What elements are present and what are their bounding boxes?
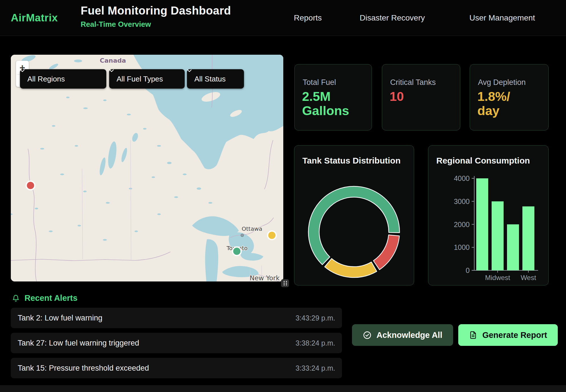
regional-consumption-card: Regional Consumption 01000200030004000Mi… [428, 145, 549, 285]
page-title-block: Fuel Monitoring Dashboard Real-Time Over… [81, 4, 231, 29]
bar-chart-tick-label: West [521, 274, 536, 281]
tank-status-donut-chart [294, 146, 414, 286]
bar-chart-tick-label: 4000 [454, 174, 470, 182]
map-town-symbol-dot [242, 235, 243, 236]
chevron-down-icon [20, 69, 25, 72]
app-logo: AirMatrix [11, 0, 58, 36]
alert-text: Tank 2: Low fuel warning [18, 314, 102, 322]
alert-time: 3:43:29 p.m. [296, 314, 335, 322]
map-label-canada: Canada [100, 57, 126, 64]
filter-fuel-types-select[interactable]: All Fuel Types [109, 69, 185, 89]
alert-row[interactable]: Tank 27: Low fuel warning triggered 3:38… [11, 333, 342, 353]
bar-region-2[interactable] [507, 224, 519, 271]
check-circle-icon [363, 331, 372, 340]
alert-text: Tank 27: Low fuel warning triggered [18, 339, 139, 348]
acknowledge-all-label: Acknowledge All [376, 330, 442, 340]
stat-label: Critical Tanks [390, 78, 436, 87]
stat-card-total-fuel: Total Fuel 2.5M Gallons [294, 64, 372, 130]
bar-chart-tick-label: 3000 [454, 197, 470, 205]
filter-regions-value: All Regions [27, 75, 65, 83]
map-marker-warning[interactable] [268, 231, 276, 240]
filter-fuel-types-value: All Fuel Types [117, 75, 163, 83]
regional-consumption-bar-chart: 01000200030004000MidwestWest [428, 146, 549, 286]
donut-segment-warning-yellow[interactable] [325, 259, 377, 278]
stat-value: 10 [390, 89, 404, 104]
map-marker-normal[interactable] [233, 247, 241, 256]
nav-reports[interactable]: Reports [294, 0, 322, 36]
header: AirMatrix Fuel Monitoring Dashboard Real… [0, 0, 566, 36]
map-label-new-york: New York [250, 274, 280, 281]
stat-value: 2.5M Gallons [302, 89, 349, 118]
stat-card-avg-depletion: Avg Depletion 1.8%/ day [470, 64, 549, 130]
nav-disaster-recovery[interactable]: Disaster Recovery [360, 0, 425, 36]
page-title: Fuel Monitoring Dashboard [81, 4, 231, 17]
bar-region-3[interactable] [522, 207, 534, 271]
alert-row[interactable]: Tank 2: Low fuel warning 3:43:29 p.m. [11, 308, 342, 328]
generate-report-button[interactable]: Generate Report [458, 324, 558, 346]
map-label-ottawa: Ottawa [242, 225, 262, 232]
stat-card-critical-tanks: Critical Tanks 10 [382, 64, 460, 130]
stat-value: 1.8%/ day [477, 89, 510, 118]
alert-row[interactable]: Tank 15: Pressure threshold exceeded 3:3… [11, 358, 342, 378]
filter-status-value: All Status [194, 75, 226, 83]
recent-alerts-title: Recent Alerts [25, 293, 78, 303]
map-marker-critical[interactable] [26, 181, 35, 190]
alert-text: Tank 15: Pressure threshold exceeded [18, 364, 149, 373]
bottom-strip [0, 385, 566, 392]
filter-regions-select[interactable]: All Regions [20, 69, 106, 89]
bar-chart-tick-label: 1000 [454, 243, 470, 251]
nav-user-management[interactable]: User Management [469, 0, 535, 36]
generate-report-label: Generate Report [482, 330, 547, 340]
page-subtitle: Real-Time Overview [81, 20, 231, 29]
map-canvas: Canada Ottawa Toronto New York [11, 55, 283, 281]
stat-label: Total Fuel [303, 78, 336, 87]
bar-chart-tick-label: 0 [466, 266, 470, 274]
alert-time: 3:38:24 p.m. [296, 339, 335, 347]
filter-status-select[interactable]: All Status [187, 69, 244, 89]
tank-status-distribution-card: Tank Status Distribution [294, 145, 414, 285]
map-drag-handle-icon[interactable] [281, 279, 289, 287]
report-document-icon [469, 331, 477, 339]
acknowledge-all-button[interactable]: Acknowledge All [352, 324, 453, 346]
stat-label: Avg Depletion [478, 78, 526, 87]
bar-chart-tick-label: 2000 [454, 220, 470, 228]
chevron-down-icon [109, 69, 114, 72]
bar-region-0[interactable] [476, 178, 488, 270]
recent-alerts-header: Recent Alerts [12, 293, 78, 303]
bell-icon [12, 294, 20, 302]
alert-time: 3:33:24 p.m. [296, 364, 335, 372]
map-panel[interactable]: Canada Ottawa Toronto New York + All Reg… [11, 55, 283, 281]
donut-segment-critical-red[interactable] [373, 235, 399, 270]
chevron-down-icon [187, 69, 192, 72]
bar-region-1[interactable] [492, 201, 504, 270]
bar-chart-tick-label: Midwest [485, 274, 510, 281]
